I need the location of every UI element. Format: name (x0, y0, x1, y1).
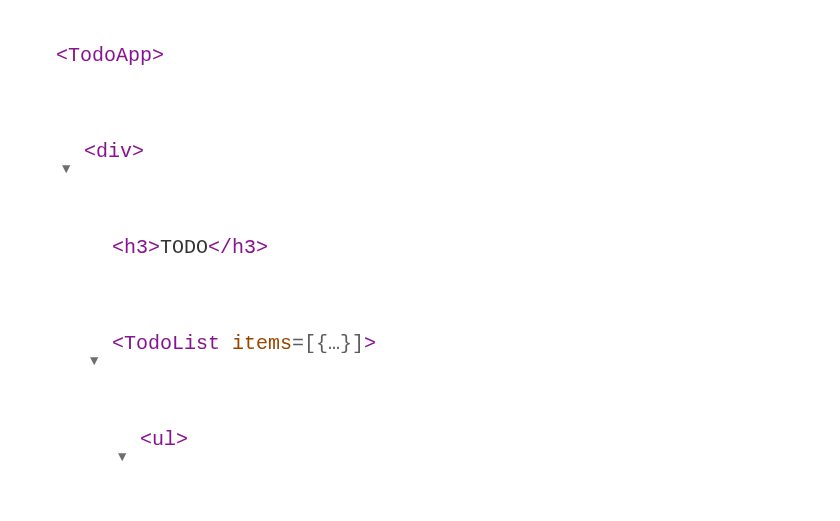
attr-name: items (232, 332, 292, 355)
tree-node-todolist-open[interactable]: <TodoList items=[{…}]> (8, 296, 832, 392)
html-tag: <h3> (112, 236, 160, 259)
component-tag: <TodoList (112, 332, 220, 355)
tree-node-h3[interactable]: <h3>TODO</h3> (8, 200, 832, 296)
component-tag: <TodoApp> (56, 44, 164, 67)
text-content: TODO (160, 236, 208, 259)
devtools-component-tree: <TodoApp> <div> <h3>TODO</h3> <TodoList … (8, 8, 832, 521)
html-tag: </h3> (208, 236, 268, 259)
tree-node-li[interactable]: <li key="1475260226151">Buy milk</li> (8, 488, 832, 521)
tree-node-todoapp-open[interactable]: <TodoApp> (8, 8, 832, 104)
tree-node-div-open[interactable]: <div> (8, 104, 832, 200)
html-tag: <div> (84, 140, 144, 163)
tag-end: > (364, 332, 376, 355)
html-tag: <ul> (140, 428, 188, 451)
tree-node-ul-open[interactable]: <ul> (8, 392, 832, 488)
attr-value: [{…}] (304, 332, 364, 355)
